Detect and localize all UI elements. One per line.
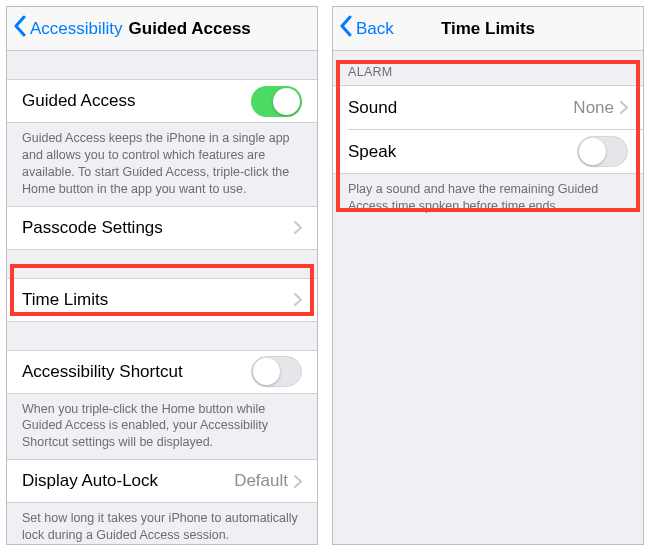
passcode-settings-row[interactable]: Passcode Settings [7, 206, 317, 250]
display-autolock-value: Default [234, 471, 288, 491]
accessibility-shortcut-footer: When you triple-click the Home button wh… [7, 394, 317, 460]
sound-row[interactable]: Sound None [333, 85, 643, 129]
accessibility-shortcut-toggle[interactable] [251, 356, 302, 387]
speak-toggle[interactable] [577, 136, 628, 167]
time-limits-label: Time Limits [22, 290, 294, 310]
back-label: Accessibility [30, 19, 123, 39]
navbar: Accessibility Guided Access [7, 7, 317, 51]
back-button[interactable]: Accessibility [7, 15, 123, 42]
content: Guided Access Guided Access keeps the iP… [7, 51, 317, 544]
passcode-settings-label: Passcode Settings [22, 218, 294, 238]
chevron-right-icon [620, 101, 628, 114]
guided-access-row[interactable]: Guided Access [7, 79, 317, 123]
speak-label: Speak [348, 142, 577, 162]
alarm-section-header: ALARM [333, 51, 643, 85]
back-label: Back [356, 19, 394, 39]
chevron-left-icon [13, 15, 30, 42]
display-autolock-row[interactable]: Display Auto-Lock Default [7, 459, 317, 503]
chevron-right-icon [294, 221, 302, 234]
time-limits-row[interactable]: Time Limits [7, 278, 317, 322]
guided-access-screen: Accessibility Guided Access Guided Acces… [6, 6, 318, 545]
chevron-right-icon [294, 293, 302, 306]
display-autolock-label: Display Auto-Lock [22, 471, 234, 491]
sound-label: Sound [348, 98, 573, 118]
chevron-right-icon [294, 475, 302, 488]
guided-access-footer: Guided Access keeps the iPhone in a sing… [7, 123, 317, 206]
accessibility-shortcut-row[interactable]: Accessibility Shortcut [7, 350, 317, 394]
page-title: Guided Access [129, 19, 251, 39]
speak-row[interactable]: Speak [333, 130, 643, 174]
chevron-left-icon [339, 15, 356, 42]
sound-value: None [573, 98, 614, 118]
display-autolock-footer: Set how long it takes your iPhone to aut… [7, 503, 317, 544]
time-limits-screen: Back Time Limits ALARM Sound None Speak … [332, 6, 644, 545]
accessibility-shortcut-label: Accessibility Shortcut [22, 362, 251, 382]
alarm-footer: Play a sound and have the remaining Guid… [333, 174, 643, 223]
guided-access-toggle[interactable] [251, 86, 302, 117]
guided-access-label: Guided Access [22, 91, 251, 111]
content: ALARM Sound None Speak Play a sound and … [333, 51, 643, 544]
back-button[interactable]: Back [333, 15, 394, 42]
navbar: Back Time Limits [333, 7, 643, 51]
